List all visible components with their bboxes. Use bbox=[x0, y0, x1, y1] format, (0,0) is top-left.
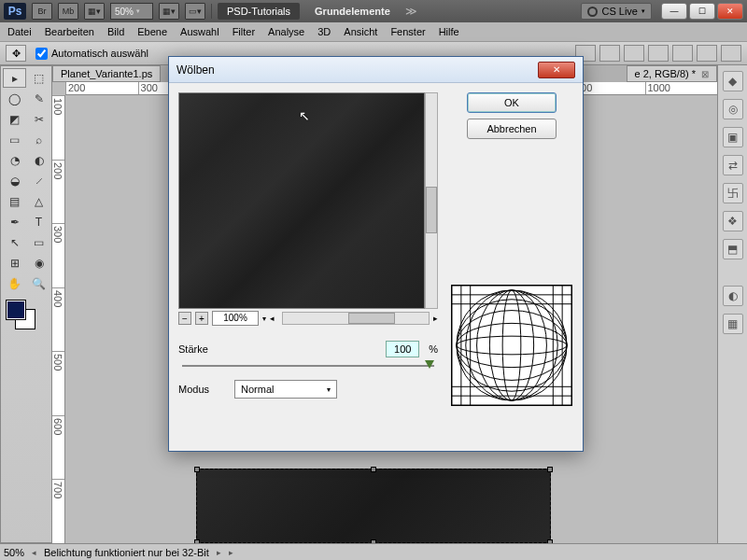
menu-ansicht[interactable]: Ansicht bbox=[344, 26, 377, 37]
preview-zoom-value[interactable]: 100% bbox=[212, 311, 259, 326]
menu-filter[interactable]: Filter bbox=[233, 26, 255, 37]
tool-panel: ▸ ⬚ ◯ ✎ ◩ ✂ ▭ ⌕ ◔ ◐ ◒ ⟋ ▤ △ ✒ T ↖ ▭ ⊞ ◉ … bbox=[0, 65, 52, 543]
dialog-close-button[interactable]: ✕ bbox=[538, 62, 575, 78]
arrange-button[interactable]: ▦▾ bbox=[159, 3, 179, 20]
preview-scrollbar-vertical[interactable] bbox=[425, 92, 438, 309]
minimize-button[interactable]: — bbox=[661, 3, 687, 20]
auto-select-checkbox[interactable]: Automatisch auswähl bbox=[35, 48, 148, 60]
workspace-psd-tutorials[interactable]: PSD-Tutorials bbox=[218, 3, 300, 20]
eyedropper-tool[interactable]: ✂ bbox=[27, 109, 50, 129]
color-panel-icon[interactable]: ◆ bbox=[723, 71, 743, 91]
strength-unit: % bbox=[429, 343, 438, 355]
vertical-ruler: 100200300400500600700 bbox=[52, 95, 65, 543]
svg-point-9 bbox=[502, 290, 521, 400]
svg-point-1 bbox=[457, 290, 567, 400]
move-tool-icon[interactable]: ✥ bbox=[6, 45, 26, 62]
app-logo-icon: Ps bbox=[4, 3, 26, 20]
masks-panel-icon[interactable]: 卐 bbox=[723, 183, 743, 203]
status-message: Belichtung funktioniert nur bei 32-Bit bbox=[44, 547, 209, 558]
menu-analyse[interactable]: Analyse bbox=[268, 26, 304, 37]
menu-bar: Datei Bearbeiten Bild Ebene Auswahl Filt… bbox=[0, 22, 747, 41]
cs-live-button[interactable]: CS Live▾ bbox=[581, 3, 652, 20]
minibridge-button[interactable]: Mb bbox=[58, 3, 78, 20]
stamp-tool[interactable]: ◔ bbox=[3, 150, 26, 170]
marquee-tool[interactable]: ⬚ bbox=[27, 68, 50, 88]
styles-panel-icon[interactable]: ▣ bbox=[723, 127, 743, 147]
screen-mode-button[interactable]: ▭▾ bbox=[185, 3, 205, 20]
pen-tool[interactable]: ✒ bbox=[3, 212, 26, 231]
svg-point-4 bbox=[457, 323, 567, 367]
history-brush-tool[interactable]: ◐ bbox=[27, 150, 50, 170]
history-panel-icon[interactable]: ◐ bbox=[723, 286, 743, 306]
dodge-tool[interactable]: △ bbox=[27, 191, 50, 211]
mode-label: Modus bbox=[178, 384, 225, 395]
workspace-grundelemente[interactable]: Grundelemente bbox=[305, 3, 400, 20]
swatches-panel-icon[interactable]: ◎ bbox=[723, 99, 743, 119]
align-button[interactable] bbox=[697, 45, 717, 62]
close-window-button[interactable]: ✕ bbox=[717, 3, 743, 20]
zoom-tool[interactable]: 🔍 bbox=[27, 273, 50, 293]
adjustments-panel-icon[interactable]: ⇄ bbox=[723, 155, 743, 175]
type-tool[interactable]: T bbox=[27, 212, 50, 231]
menu-bild[interactable]: Bild bbox=[107, 26, 124, 37]
align-button[interactable] bbox=[672, 45, 693, 62]
shape-tool[interactable]: ▭ bbox=[27, 232, 50, 252]
document-canvas[interactable] bbox=[196, 469, 551, 543]
svg-point-7 bbox=[477, 290, 547, 400]
strength-label: Stärke bbox=[178, 343, 225, 355]
align-button[interactable] bbox=[648, 45, 669, 62]
crop-tool[interactable]: ◩ bbox=[3, 109, 26, 129]
bridge-button[interactable]: Br bbox=[32, 3, 52, 20]
menu-fenster[interactable]: Fenster bbox=[390, 26, 425, 37]
eraser-tool[interactable]: ◒ bbox=[3, 171, 26, 190]
menu-ebene[interactable]: Ebene bbox=[137, 26, 167, 37]
ok-button[interactable]: OK bbox=[467, 92, 557, 113]
dialog-titlebar[interactable]: Wölben ✕ bbox=[169, 57, 583, 83]
cs-live-icon bbox=[587, 7, 598, 17]
3d-tool[interactable]: ⊞ bbox=[3, 253, 26, 273]
foreground-color-swatch[interactable] bbox=[7, 301, 25, 319]
preview-area[interactable]: ↖ bbox=[178, 92, 425, 309]
workspace-more-icon[interactable]: ≫ bbox=[405, 5, 417, 18]
document-tab[interactable]: e 2, RGB/8) *⊠ bbox=[627, 65, 717, 82]
view-extras-button[interactable]: ▦▾ bbox=[84, 3, 105, 20]
svg-point-5 bbox=[457, 336, 567, 355]
gradient-tool[interactable]: ⟋ bbox=[27, 171, 50, 190]
layers-panel-icon[interactable]: ❖ bbox=[723, 211, 743, 231]
menu-hilfe[interactable]: Hilfe bbox=[439, 26, 459, 37]
preview-scrollbar-horizontal[interactable] bbox=[282, 312, 430, 325]
path-select-tool[interactable]: ↖ bbox=[3, 232, 26, 252]
svg-point-3 bbox=[457, 311, 567, 381]
mode-dropdown[interactable]: Normal bbox=[234, 380, 337, 399]
cancel-button[interactable]: Abbrechen bbox=[467, 119, 557, 139]
menu-3d[interactable]: 3D bbox=[317, 26, 331, 37]
actions-panel-icon[interactable]: ▦ bbox=[723, 314, 743, 334]
svg-point-2 bbox=[457, 300, 567, 391]
menu-bearbeiten[interactable]: Bearbeiten bbox=[45, 26, 94, 37]
align-button[interactable] bbox=[599, 45, 620, 62]
3d-camera-tool[interactable]: ◉ bbox=[27, 253, 50, 273]
align-button[interactable] bbox=[624, 45, 644, 62]
menu-datei[interactable]: Datei bbox=[7, 26, 32, 37]
blur-tool[interactable]: ▤ bbox=[3, 191, 26, 211]
quick-select-tool[interactable]: ✎ bbox=[27, 89, 50, 108]
heal-tool[interactable]: ▭ bbox=[3, 130, 26, 149]
move-tool[interactable]: ▸ bbox=[3, 68, 26, 88]
color-swatches[interactable] bbox=[3, 299, 49, 327]
menu-auswahl[interactable]: Auswahl bbox=[180, 26, 219, 37]
hand-tool[interactable]: ✋ bbox=[3, 273, 26, 293]
close-tab-icon[interactable]: ⊠ bbox=[701, 69, 709, 79]
maximize-button[interactable]: ☐ bbox=[689, 3, 715, 20]
status-zoom[interactable]: 50% bbox=[4, 547, 24, 558]
document-tab[interactable]: Planet_Variante1.ps bbox=[52, 65, 161, 82]
align-button[interactable] bbox=[721, 45, 741, 62]
zoom-dropdown[interactable]: 50% bbox=[110, 3, 153, 20]
zoom-out-button[interactable]: − bbox=[178, 312, 191, 325]
brush-tool[interactable]: ⌕ bbox=[27, 130, 50, 149]
channels-panel-icon[interactable]: ⬒ bbox=[723, 239, 743, 259]
zoom-in-button[interactable]: + bbox=[195, 312, 208, 325]
lasso-tool[interactable]: ◯ bbox=[3, 89, 26, 108]
strength-slider[interactable] bbox=[182, 365, 434, 367]
spherize-diagram bbox=[451, 285, 572, 406]
strength-input[interactable] bbox=[386, 341, 419, 357]
